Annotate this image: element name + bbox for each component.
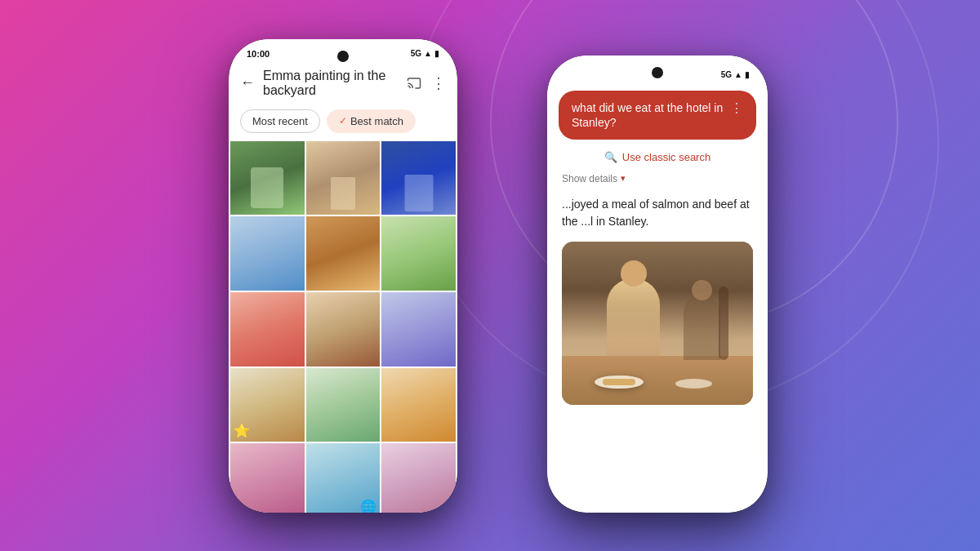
plate-right [675,379,712,389]
photo-cell-2[interactable] [306,141,381,216]
filter-most-recent-label: Most recent [252,115,308,127]
chevron-down-icon: ▾ [621,173,626,184]
phones-container: 10:00 5G ▲ ▮ ← Emma painting in the back… [204,23,776,529]
photo-cell-13[interactable] [230,443,305,512]
check-icon: ✓ [339,115,347,127]
filter-best-match-label: Best match [350,115,403,127]
photo-image-1 [230,141,305,216]
camera-notch-right [652,67,663,78]
show-details-row[interactable]: Show details ▾ [559,171,756,193]
time-display: 10:00 [247,49,270,59]
more-dots-button[interactable]: ⋮ [730,100,743,118]
filter-row: Most recent ✓ Best match [229,106,457,141]
classic-search-label: Use classic search [622,151,710,163]
photo-cell-5[interactable] [306,216,381,291]
photo-cell-10[interactable]: ⭐ [230,368,305,442]
answer-text: ...joyed a meal of salmon and beef at th… [559,193,756,242]
signal-icon-right: ▲ [734,70,742,79]
status-icons-right: 5G ▲ ▮ [721,70,750,79]
photo-cell-4[interactable] [230,216,305,291]
right-phone-screen: 5G ▲ ▮ what did we eat at the hotel in S… [547,56,768,513]
person-head-2 [692,280,712,300]
food-item [603,379,635,385]
photo-grid: ⭐ 🌐 [229,141,457,513]
photo-cell-15[interactable] [381,443,456,512]
search-query: what did we eat at the hotel in Stanley? [572,100,724,130]
globe-badge: 🌐 [360,499,376,513]
filter-most-recent[interactable]: Most recent [240,109,320,133]
result-photo [562,242,753,405]
cast-icon[interactable] [405,74,423,92]
photo-cell-1[interactable] [230,141,305,216]
network-label-right: 5G [721,70,732,79]
table-surface [562,356,753,405]
chair-back [719,287,728,360]
ask-photos-header: what did we eat at the hotel in Stanley?… [547,82,768,413]
photo-cell-8[interactable] [306,292,381,367]
status-icons-left: 5G ▲ ▮ [411,49,439,58]
battery-icon-right: ▮ [745,70,750,79]
search-bubble-inner: what did we eat at the hotel in Stanley?… [572,100,743,130]
photo-cell-12[interactable] [381,368,456,442]
more-options-button[interactable]: ⋮ [431,74,446,92]
person-figure-2 [684,295,720,360]
photo-cell-9[interactable] [381,292,456,367]
photo-cell-7[interactable] [230,292,305,367]
classic-search-link[interactable]: 🔍 Use classic search [559,148,756,171]
camera-notch-left [337,51,349,62]
photo-cell-3[interactable] [381,141,456,216]
network-label-left: 5G [411,49,421,58]
person-head [621,260,647,287]
filter-best-match[interactable]: ✓ Best match [327,109,416,133]
phone-right: 5G ▲ ▮ what did we eat at the hotel in S… [547,56,768,513]
search-title: Emma painting in the backyard [263,69,397,98]
back-button[interactable]: ← [240,74,255,91]
search-icon-small: 🔍 [604,151,617,163]
person-figure [607,278,660,360]
photo-cell-14[interactable]: 🌐 [306,443,381,512]
photo-cell-11[interactable] [306,368,381,442]
show-details-label: Show details [562,173,617,184]
signal-icon-left: ▲ [424,49,432,58]
phone-left: 10:00 5G ▲ ▮ ← Emma painting in the back… [229,39,457,513]
battery-icon-left: ▮ [434,49,439,58]
photo-cell-6[interactable] [381,216,456,291]
left-phone-screen: 10:00 5G ▲ ▮ ← Emma painting in the back… [229,39,457,513]
search-header: ← Emma painting in the backyard ⋮ [229,62,457,106]
search-bubble: what did we eat at the hotel in Stanley?… [559,91,756,140]
star-badge: ⭐ [234,423,250,438]
